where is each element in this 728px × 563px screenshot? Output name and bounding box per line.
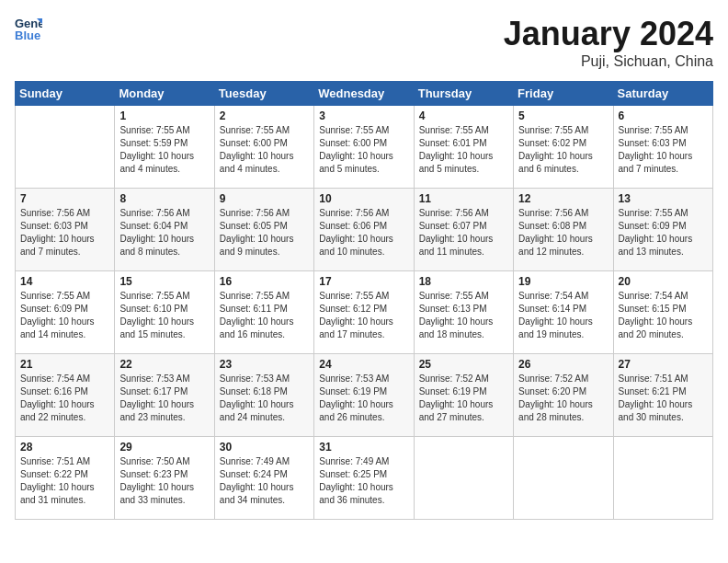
day-info: Sunrise: 7:53 AM Sunset: 6:18 PM Dayligh…: [220, 373, 309, 424]
day-info: Sunrise: 7:55 AM Sunset: 6:01 PM Dayligh…: [419, 124, 508, 176]
day-info: Sunrise: 7:55 AM Sunset: 6:13 PM Dayligh…: [419, 290, 508, 341]
day-number: 22: [119, 358, 209, 371]
calendar-cell: 12Sunrise: 7:56 AM Sunset: 6:08 PM Dayli…: [514, 189, 613, 271]
header-day-tuesday: Tuesday: [214, 82, 313, 106]
day-info: Sunrise: 7:55 AM Sunset: 6:09 PM Dayligh…: [20, 290, 109, 341]
calendar-cell: 19Sunrise: 7:54 AM Sunset: 6:14 PM Dayli…: [514, 271, 613, 354]
day-info: Sunrise: 7:56 AM Sunset: 6:05 PM Dayligh…: [220, 207, 309, 259]
day-info: Sunrise: 7:55 AM Sunset: 6:00 PM Dayligh…: [220, 124, 309, 176]
calendar-week-4: 21Sunrise: 7:54 AM Sunset: 6:16 PM Dayli…: [16, 354, 713, 437]
calendar-cell: 7Sunrise: 7:56 AM Sunset: 6:03 PM Daylig…: [16, 189, 115, 271]
day-number: 6: [619, 109, 708, 122]
day-number: 11: [419, 192, 508, 205]
day-number: 20: [619, 275, 708, 288]
day-info: Sunrise: 7:56 AM Sunset: 6:08 PM Dayligh…: [518, 207, 608, 259]
calendar-cell: 8Sunrise: 7:56 AM Sunset: 6:04 PM Daylig…: [115, 189, 214, 271]
calendar-cell: 28Sunrise: 7:51 AM Sunset: 6:22 PM Dayli…: [16, 437, 115, 520]
day-number: 24: [319, 358, 408, 371]
day-number: 23: [220, 358, 309, 371]
title-block: January 2024 Puji, Sichuan, China: [504, 15, 713, 70]
day-info: Sunrise: 7:56 AM Sunset: 6:06 PM Dayligh…: [319, 207, 408, 259]
calendar-cell: 31Sunrise: 7:49 AM Sunset: 6:25 PM Dayli…: [314, 437, 414, 520]
calendar-cell: 17Sunrise: 7:55 AM Sunset: 6:12 PM Dayli…: [314, 271, 414, 354]
calendar-cell: [514, 437, 613, 520]
calendar-cell: 1Sunrise: 7:55 AM Sunset: 5:59 PM Daylig…: [115, 106, 214, 189]
day-info: Sunrise: 7:55 AM Sunset: 6:11 PM Dayligh…: [220, 290, 309, 341]
day-info: Sunrise: 7:55 AM Sunset: 6:02 PM Dayligh…: [518, 124, 608, 176]
day-number: 29: [119, 441, 209, 454]
calendar-cell: 2Sunrise: 7:55 AM Sunset: 6:00 PM Daylig…: [214, 106, 313, 189]
day-number: 2: [220, 109, 309, 122]
logo: General Blue: [15, 15, 42, 42]
day-info: Sunrise: 7:52 AM Sunset: 6:19 PM Dayligh…: [419, 373, 508, 424]
day-number: 25: [419, 358, 508, 371]
calendar-cell: 22Sunrise: 7:53 AM Sunset: 6:17 PM Dayli…: [115, 354, 214, 437]
calendar-table: SundayMondayTuesdayWednesdayThursdayFrid…: [15, 81, 713, 520]
day-number: 28: [20, 441, 109, 454]
day-number: 16: [220, 275, 309, 288]
calendar-cell: 24Sunrise: 7:53 AM Sunset: 6:19 PM Dayli…: [314, 354, 414, 437]
day-number: 14: [20, 275, 109, 288]
day-info: Sunrise: 7:55 AM Sunset: 5:59 PM Dayligh…: [119, 124, 209, 176]
day-number: 13: [619, 192, 708, 205]
day-number: 3: [319, 109, 408, 122]
calendar-week-3: 14Sunrise: 7:55 AM Sunset: 6:09 PM Dayli…: [16, 271, 713, 354]
day-info: Sunrise: 7:56 AM Sunset: 6:07 PM Dayligh…: [419, 207, 508, 259]
calendar-cell: 16Sunrise: 7:55 AM Sunset: 6:11 PM Dayli…: [214, 271, 313, 354]
calendar-cell: 11Sunrise: 7:56 AM Sunset: 6:07 PM Dayli…: [414, 189, 513, 271]
day-number: 30: [220, 441, 309, 454]
day-info: Sunrise: 7:51 AM Sunset: 6:21 PM Dayligh…: [619, 373, 708, 424]
calendar-cell: [16, 106, 115, 189]
day-info: Sunrise: 7:49 AM Sunset: 6:25 PM Dayligh…: [319, 455, 408, 507]
calendar-header-row: SundayMondayTuesdayWednesdayThursdayFrid…: [16, 82, 713, 106]
day-number: 26: [518, 358, 608, 371]
calendar-cell: 10Sunrise: 7:56 AM Sunset: 6:06 PM Dayli…: [314, 189, 414, 271]
day-info: Sunrise: 7:53 AM Sunset: 6:17 PM Dayligh…: [119, 373, 209, 424]
header-day-sunday: Sunday: [16, 82, 115, 106]
day-number: 9: [220, 192, 309, 205]
calendar-cell: 3Sunrise: 7:55 AM Sunset: 6:00 PM Daylig…: [314, 106, 414, 189]
calendar-cell: 18Sunrise: 7:55 AM Sunset: 6:13 PM Dayli…: [414, 271, 513, 354]
header-day-thursday: Thursday: [414, 82, 513, 106]
calendar-cell: 21Sunrise: 7:54 AM Sunset: 6:16 PM Dayli…: [16, 354, 115, 437]
day-info: Sunrise: 7:54 AM Sunset: 6:16 PM Dayligh…: [20, 373, 109, 424]
day-info: Sunrise: 7:55 AM Sunset: 6:03 PM Dayligh…: [619, 124, 708, 176]
day-number: 5: [518, 109, 608, 122]
day-info: Sunrise: 7:55 AM Sunset: 6:09 PM Dayligh…: [619, 207, 708, 259]
calendar-cell: 15Sunrise: 7:55 AM Sunset: 6:10 PM Dayli…: [115, 271, 214, 354]
calendar-cell: 25Sunrise: 7:52 AM Sunset: 6:19 PM Dayli…: [414, 354, 513, 437]
calendar-week-5: 28Sunrise: 7:51 AM Sunset: 6:22 PM Dayli…: [16, 437, 713, 520]
header-day-friday: Friday: [514, 82, 613, 106]
day-info: Sunrise: 7:54 AM Sunset: 6:15 PM Dayligh…: [619, 290, 708, 341]
calendar-cell: 9Sunrise: 7:56 AM Sunset: 6:05 PM Daylig…: [214, 189, 313, 271]
calendar-cell: 20Sunrise: 7:54 AM Sunset: 6:15 PM Dayli…: [613, 271, 712, 354]
page-header: General Blue January 2024 Puji, Sichuan,…: [15, 15, 713, 70]
day-number: 12: [518, 192, 608, 205]
calendar-cell: 14Sunrise: 7:55 AM Sunset: 6:09 PM Dayli…: [16, 271, 115, 354]
day-number: 7: [20, 192, 109, 205]
day-number: 10: [319, 192, 408, 205]
calendar-cell: 30Sunrise: 7:49 AM Sunset: 6:24 PM Dayli…: [214, 437, 313, 520]
day-number: 21: [20, 358, 109, 371]
day-number: 17: [319, 275, 408, 288]
calendar-cell: 26Sunrise: 7:52 AM Sunset: 6:20 PM Dayli…: [514, 354, 613, 437]
day-number: 27: [619, 358, 708, 371]
header-day-saturday: Saturday: [613, 82, 712, 106]
day-number: 1: [119, 109, 209, 122]
day-info: Sunrise: 7:55 AM Sunset: 6:10 PM Dayligh…: [119, 290, 209, 341]
day-info: Sunrise: 7:49 AM Sunset: 6:24 PM Dayligh…: [220, 455, 309, 507]
calendar-cell: 27Sunrise: 7:51 AM Sunset: 6:21 PM Dayli…: [613, 354, 712, 437]
day-info: Sunrise: 7:52 AM Sunset: 6:20 PM Dayligh…: [518, 373, 608, 424]
day-info: Sunrise: 7:54 AM Sunset: 6:14 PM Dayligh…: [518, 290, 608, 341]
calendar-cell: 13Sunrise: 7:55 AM Sunset: 6:09 PM Dayli…: [613, 189, 712, 271]
calendar-cell: 29Sunrise: 7:50 AM Sunset: 6:23 PM Dayli…: [115, 437, 214, 520]
calendar-subtitle: Puji, Sichuan, China: [504, 53, 713, 70]
calendar-cell: [613, 437, 712, 520]
calendar-cell: 23Sunrise: 7:53 AM Sunset: 6:18 PM Dayli…: [214, 354, 313, 437]
day-info: Sunrise: 7:56 AM Sunset: 6:04 PM Dayligh…: [119, 207, 209, 259]
day-number: 19: [518, 275, 608, 288]
day-info: Sunrise: 7:53 AM Sunset: 6:19 PM Dayligh…: [319, 373, 408, 424]
day-info: Sunrise: 7:50 AM Sunset: 6:23 PM Dayligh…: [119, 455, 209, 507]
day-info: Sunrise: 7:56 AM Sunset: 6:03 PM Dayligh…: [20, 207, 109, 259]
day-info: Sunrise: 7:55 AM Sunset: 6:00 PM Dayligh…: [319, 124, 408, 176]
